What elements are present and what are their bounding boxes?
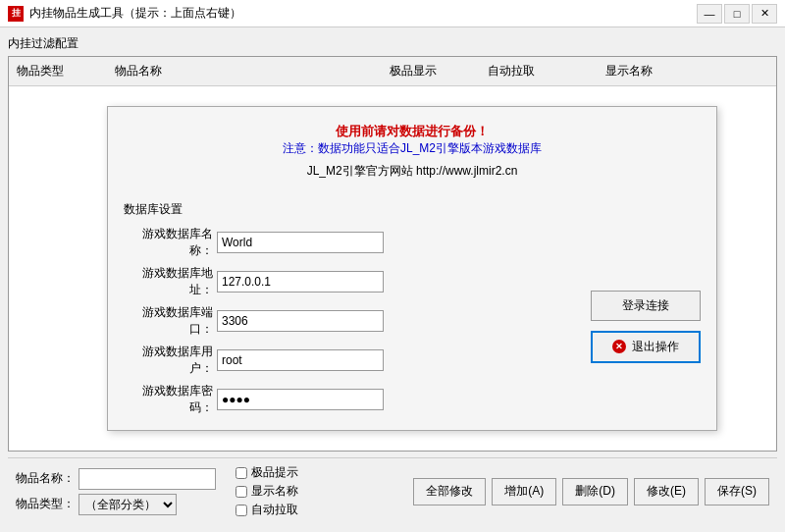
col-header-showname: 显示名称 bbox=[598, 61, 715, 81]
form-section: 数据库设置 游戏数据库名称： 游戏数据库地址： 游戏数据库端口： bbox=[124, 201, 571, 422]
item-name-row: 物品名称： bbox=[16, 468, 216, 490]
input-dbport[interactable] bbox=[217, 310, 384, 332]
label-dbpass: 游戏数据库密码： bbox=[124, 383, 217, 416]
app-icon: 挂 bbox=[8, 6, 24, 22]
col-header-display: 极品显示 bbox=[382, 61, 480, 81]
item-name-label: 物品名称： bbox=[16, 470, 75, 487]
action-buttons: 全部修改 增加(A) 删除(D) 修改(E) 保存(S) bbox=[413, 478, 769, 505]
close-button[interactable]: ✕ bbox=[752, 4, 777, 24]
title-bar: 挂 内挂物品生成工具（提示：上面点右键） — □ ✕ bbox=[0, 0, 785, 27]
warning-line1: 使用前请对数据进行备份！ bbox=[124, 123, 701, 140]
add-button[interactable]: 增加(A) bbox=[492, 478, 556, 505]
col-header-name: 物品名称 bbox=[107, 61, 382, 81]
checkbox-autopull-label: 自动拉取 bbox=[251, 502, 298, 518]
delete-button[interactable]: 删除(D) bbox=[562, 478, 628, 505]
item-name-input[interactable] bbox=[78, 468, 216, 490]
warning-line2: 注意：数据功能只适合JL_M2引擎版本游戏数据库 bbox=[124, 140, 701, 157]
input-dbuser[interactable] bbox=[217, 349, 384, 371]
checkbox-autopull: 自动拉取 bbox=[236, 502, 298, 518]
form-row-dbname: 游戏数据库名称： bbox=[124, 226, 571, 259]
save-button[interactable]: 保存(S) bbox=[705, 478, 769, 505]
title-bar-controls: — □ ✕ bbox=[697, 4, 777, 24]
col-header-auto: 自动拉取 bbox=[480, 61, 598, 81]
checkbox-showname-label: 显示名称 bbox=[251, 483, 298, 500]
maximize-button[interactable]: □ bbox=[724, 4, 750, 24]
title-bar-left: 挂 内挂物品生成工具（提示：上面点右键） bbox=[8, 5, 241, 22]
checkbox-extreme-input[interactable] bbox=[236, 467, 247, 479]
col-header-type: 物品类型 bbox=[9, 61, 107, 81]
edit-all-button[interactable]: 全部修改 bbox=[413, 478, 486, 505]
label-dbuser: 游戏数据库用户： bbox=[124, 344, 217, 377]
item-type-label: 物品类型： bbox=[16, 496, 75, 512]
dialog-body: 数据库设置 游戏数据库名称： 游戏数据库地址： 游戏数据库端口： bbox=[124, 201, 701, 422]
exit-label: 退出操作 bbox=[632, 339, 679, 355]
dialog-overlay: 使用前请对数据进行备份！ 注意：数据功能只适合JL_M2引擎版本游戏数据库 JL… bbox=[107, 106, 717, 431]
form-row-dbuser: 游戏数据库用户： bbox=[124, 344, 571, 377]
exit-button[interactable]: ✕ 退出操作 bbox=[591, 331, 701, 363]
button-section: 登录连接 ✕ 退出操作 bbox=[591, 231, 701, 422]
input-dbname[interactable] bbox=[217, 232, 384, 253]
checkbox-showname-input[interactable] bbox=[236, 486, 247, 498]
label-dbname: 游戏数据库名称： bbox=[124, 226, 217, 259]
bottom-bar: 物品名称： 物品类型： （全部分类） 极品提示 显示名称 自动拉取 bbox=[8, 457, 777, 524]
main-content: 内挂过滤配置 物品类型 物品名称 极品显示 自动拉取 显示名称 使用前请对数据进… bbox=[0, 27, 785, 532]
table-header: 物品类型 物品名称 极品显示 自动拉取 显示名称 bbox=[9, 57, 776, 86]
form-row-dbhost: 游戏数据库地址： bbox=[124, 265, 571, 298]
filter-panel: 物品类型 物品名称 极品显示 自动拉取 显示名称 使用前请对数据进行备份！ 注意… bbox=[8, 56, 777, 452]
edit-button[interactable]: 修改(E) bbox=[634, 478, 699, 505]
checkbox-autopull-input[interactable] bbox=[236, 505, 247, 516]
table-body: 使用前请对数据进行备份！ 注意：数据功能只适合JL_M2引擎版本游戏数据库 JL… bbox=[9, 86, 776, 451]
section-label: 内挂过滤配置 bbox=[8, 35, 777, 52]
dialog-warning: 使用前请对数据进行备份！ 注意：数据功能只适合JL_M2引擎版本游戏数据库 JL… bbox=[124, 123, 701, 180]
login-button[interactable]: 登录连接 bbox=[591, 291, 701, 321]
checkbox-extreme-label: 极品提示 bbox=[251, 464, 298, 481]
item-type-row: 物品类型： （全部分类） bbox=[16, 494, 216, 515]
form-row-dbport: 游戏数据库端口： bbox=[124, 304, 571, 338]
label-dbhost: 游戏数据库地址： bbox=[124, 265, 217, 298]
checkbox-showname: 显示名称 bbox=[236, 483, 298, 500]
checkbox-group: 极品提示 显示名称 自动拉取 bbox=[236, 464, 298, 518]
db-settings-label: 数据库设置 bbox=[124, 201, 571, 218]
bottom-fields: 物品名称： 物品类型： （全部分类） bbox=[16, 468, 216, 515]
checkbox-extreme: 极品提示 bbox=[236, 464, 298, 481]
input-dbpass[interactable] bbox=[217, 389, 384, 410]
form-row-dbpass: 游戏数据库密码： bbox=[124, 383, 571, 416]
exit-icon: ✕ bbox=[612, 340, 626, 353]
minimize-button[interactable]: — bbox=[697, 4, 722, 24]
dialog-link: JL_M2引擎官方网站 http://www.jlmir2.cn bbox=[124, 163, 701, 180]
item-type-select[interactable]: （全部分类） bbox=[78, 494, 177, 515]
label-dbport: 游戏数据库端口： bbox=[124, 304, 217, 338]
input-dbhost[interactable] bbox=[217, 271, 384, 293]
app-title: 内挂物品生成工具（提示：上面点右键） bbox=[29, 5, 241, 22]
